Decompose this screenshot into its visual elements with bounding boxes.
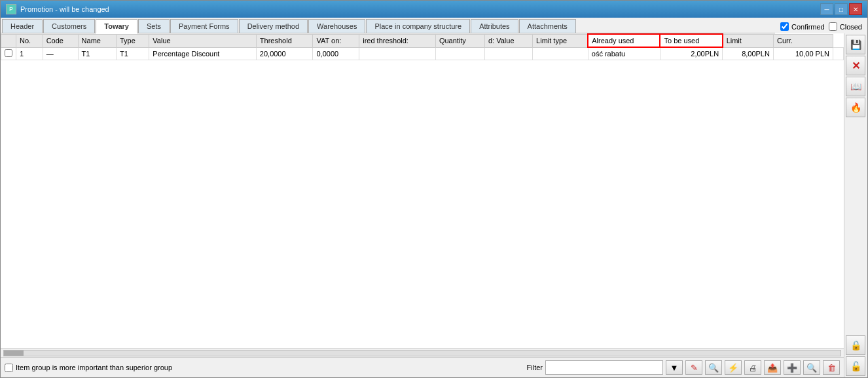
- row-full-name: Percentage Discount: [149, 47, 257, 60]
- scrollbar-thumb[interactable]: [4, 350, 24, 356]
- dropdown-arrow-icon: ▼: [670, 363, 679, 373]
- row-checkbox-cell[interactable]: [1, 47, 16, 60]
- col-threshold: Threshold: [256, 34, 313, 47]
- closed-checkbox-label[interactable]: Closed: [829, 22, 862, 31]
- maximize-button[interactable]: □: [835, 3, 848, 15]
- book-icon: 📖: [850, 81, 861, 92]
- tab-delivery-method[interactable]: Delivery method: [239, 19, 308, 33]
- col-value: Value: [149, 34, 257, 47]
- filter-edit-button[interactable]: ✎: [685, 360, 702, 375]
- confirmed-checkbox-label[interactable]: Confirmed: [780, 22, 825, 31]
- tab-customers[interactable]: Customers: [43, 19, 95, 33]
- confirmed-label: Confirmed: [791, 23, 825, 31]
- fire-icon: 🔥: [850, 102, 861, 113]
- filter-add-button[interactable]: ➕: [784, 360, 801, 375]
- main-window: P Promotion - will be changed ─ □ ✕ Head…: [0, 0, 868, 378]
- search-icon: 🔍: [708, 363, 719, 373]
- filter-label: Filter: [527, 364, 543, 371]
- tabs-bar: Header Customers Towary Sets Payment For…: [1, 18, 775, 33]
- lock-button[interactable]: 🔒: [846, 335, 865, 355]
- save-button[interactable]: 💾: [846, 35, 865, 54]
- tab-warehouses[interactable]: Warehouses: [308, 19, 365, 33]
- row-name-short: T1: [78, 47, 116, 60]
- filter-lightning-button[interactable]: ⚡: [725, 360, 742, 375]
- delete-icon: ✕: [852, 60, 860, 72]
- row-threshold: 0,0000: [313, 47, 359, 60]
- tab-attachments[interactable]: Attachments: [519, 19, 576, 33]
- tab-payment-forms[interactable]: Payment Forms: [170, 19, 238, 33]
- filter-export-button[interactable]: 📤: [764, 360, 781, 375]
- col-limit-type: Limit type: [533, 34, 588, 47]
- delete-button[interactable]: ✕: [846, 56, 865, 75]
- closed-checkbox[interactable]: [829, 22, 837, 31]
- fire-button[interactable]: 🔥: [846, 98, 865, 117]
- row-code: —: [43, 47, 78, 60]
- row-value: 20,0000: [256, 47, 313, 60]
- minimize-button[interactable]: ─: [820, 3, 833, 15]
- delete-icon: 🗑: [827, 363, 836, 373]
- book-button[interactable]: 📖: [846, 77, 865, 96]
- add-icon: ➕: [787, 363, 797, 373]
- unlock-button[interactable]: 🔓: [846, 356, 865, 376]
- item-group-checkbox[interactable]: [5, 364, 13, 372]
- title-controls: ─ □ ✕: [820, 3, 862, 15]
- tabs-row: Header Customers Towary Sets Payment For…: [1, 18, 867, 33]
- col-quantity: Quantity: [435, 34, 484, 47]
- col-vat-on: VAT on:: [313, 34, 359, 47]
- row-vat-on: [359, 47, 436, 60]
- confirmed-area: Confirmed Closed: [775, 22, 867, 33]
- item-group-checkbox-label[interactable]: Item group is more important than superi…: [5, 364, 172, 372]
- col-curr: Curr.: [773, 34, 833, 47]
- table-wrapper[interactable]: No. Code Name Type Value Threshold VAT o…: [1, 33, 844, 348]
- col-code: Code: [43, 34, 78, 47]
- close-button[interactable]: ✕: [849, 3, 862, 15]
- tab-sets[interactable]: Sets: [138, 19, 170, 33]
- confirmed-checkbox[interactable]: [780, 22, 789, 31]
- filter-dropdown-button[interactable]: ▼: [666, 360, 683, 375]
- col-type: Type: [116, 34, 149, 47]
- row-no: 1: [16, 47, 43, 60]
- filter-delete-button[interactable]: 🗑: [823, 360, 840, 375]
- row-limit-type: ość rabatu: [588, 47, 660, 60]
- edit-icon: ✎: [691, 363, 698, 373]
- col-name: Name: [78, 34, 116, 47]
- zoom-icon: 🔍: [806, 363, 817, 373]
- table-header-row: No. Code Name Type Value Threshold VAT o…: [1, 34, 844, 47]
- col-ired-threshold: ired threshold:: [359, 34, 436, 47]
- row-to-be-used: 8,00PLN: [723, 47, 774, 60]
- row-ired-threshold: [435, 47, 484, 60]
- col-limit: Limit: [723, 34, 774, 47]
- tab-place-in-company[interactable]: Place in company structure: [366, 19, 470, 33]
- title-bar: P Promotion - will be changed ─ □ ✕: [1, 1, 867, 18]
- row-type-short: T1: [116, 47, 149, 60]
- col-to-be-used: To be used: [660, 34, 722, 47]
- table-row[interactable]: 1 — T1 T1 Percentage Discount 20,0000 0,…: [1, 47, 844, 60]
- content-area: No. Code Name Type Value Threshold VAT o…: [1, 33, 844, 377]
- col-no: No.: [16, 34, 43, 47]
- lightning-icon: ⚡: [728, 363, 738, 373]
- filter-print-button[interactable]: 🖨: [744, 360, 761, 375]
- right-toolbar: 💾 ✕ 📖 🔥 🔒 🔓: [844, 33, 867, 377]
- filter-zoom-button[interactable]: 🔍: [803, 360, 820, 375]
- unlock-icon: 🔓: [850, 361, 861, 371]
- window-icon: P: [6, 4, 16, 14]
- bottom-bar: Item group is more important than superi…: [1, 357, 844, 377]
- export-icon: 📤: [767, 363, 778, 373]
- col-checkbox: [1, 34, 16, 47]
- row-d-value: [533, 47, 588, 60]
- filter-input[interactable]: [545, 360, 663, 375]
- col-already-used: Already used: [588, 34, 660, 47]
- row-already-used: 2,00PLN: [660, 47, 722, 60]
- tab-header[interactable]: Header: [2, 19, 43, 33]
- window-title: Promotion - will be changed: [20, 5, 109, 13]
- lock-icon: 🔒: [850, 340, 861, 350]
- horizontal-scrollbar[interactable]: [3, 350, 841, 356]
- closed-label: Closed: [840, 23, 862, 31]
- col-d-value: d: Value: [485, 34, 533, 47]
- row-checkbox[interactable]: [5, 49, 12, 57]
- main-area: No. Code Name Type Value Threshold VAT o…: [1, 33, 867, 377]
- tab-attributes[interactable]: Attributes: [471, 19, 518, 33]
- filter-search-button[interactable]: 🔍: [705, 360, 722, 375]
- horizontal-scrollbar-area: [1, 348, 844, 357]
- tab-towary[interactable]: Towary: [96, 19, 137, 33]
